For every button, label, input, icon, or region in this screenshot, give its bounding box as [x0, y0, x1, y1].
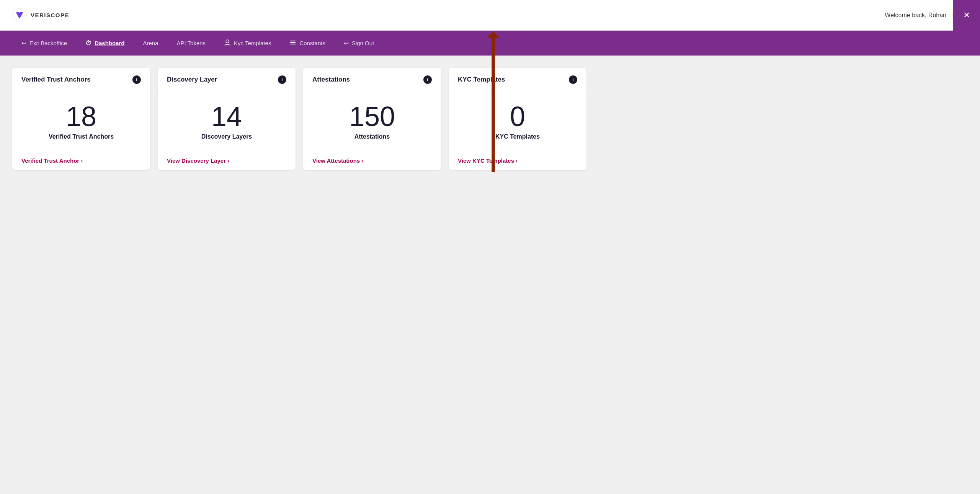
header: VERISCOPE Welcome back, Rohan ✕ — [0, 0, 980, 31]
card-header-dl: Discovery Layer i — [158, 68, 296, 90]
nav-signout-label: Sign Out — [352, 40, 374, 46]
card-footer-dl: View Discovery Layer › — [158, 151, 296, 170]
nav-sign-out[interactable]: ↩ Sign Out — [335, 31, 383, 56]
card-attestations: Attestations i 150 Attestations View Att… — [303, 68, 441, 170]
svg-rect-9 — [290, 44, 296, 44]
card-body-kyc: 0 KYC Templates — [449, 90, 586, 151]
card-link-vta[interactable]: Verified Trust Anchor › — [21, 157, 141, 164]
card-link-label-att: View Attestations — [312, 157, 360, 164]
card-link-arrow-dl: › — [227, 157, 229, 164]
card-number-att: 150 — [349, 103, 395, 130]
card-link-label-dl: View Discovery Layer — [167, 157, 226, 164]
card-link-arrow-att: › — [361, 157, 363, 164]
nav-constants-label: Constants — [299, 40, 325, 46]
nav-api-tokens-label: API Tokens — [177, 40, 206, 46]
card-link-att[interactable]: View Attestations › — [312, 157, 432, 164]
card-header-att: Attestations i — [303, 68, 441, 90]
card-link-label-vta: Verified Trust Anchor — [21, 157, 79, 164]
nav-kyc-templates[interactable]: Kyc Templates — [215, 31, 280, 56]
card-title-dl: Discovery Layer — [167, 76, 217, 83]
svg-rect-8 — [290, 42, 296, 43]
kyc-icon — [224, 39, 231, 47]
info-icon-kyc[interactable]: i — [569, 75, 577, 84]
card-number-dl: 14 — [211, 103, 242, 130]
nav-dashboard-label: Dashboard — [95, 40, 124, 46]
card-number-vta: 18 — [66, 103, 96, 130]
nav-kyc-label: Kyc Templates — [234, 40, 271, 46]
card-link-arrow-kyc: › — [516, 157, 518, 164]
exit-icon: ↩ — [21, 39, 26, 47]
card-subtitle-dl: Discovery Layers — [201, 133, 252, 140]
card-footer-kyc: View KYC Templates › — [449, 151, 586, 170]
main-content: Verified Trust Anchors i 18 Verified Tru… — [0, 56, 980, 494]
card-title-att: Attestations — [312, 76, 350, 83]
card-subtitle-vta: Verified Trust Anchors — [49, 133, 114, 140]
constants-icon — [289, 39, 296, 47]
card-subtitle-kyc: KYC Templates — [495, 133, 540, 140]
svg-rect-7 — [290, 41, 296, 41]
card-link-kyc[interactable]: View KYC Templates › — [458, 157, 577, 164]
close-icon: ✕ — [963, 10, 970, 20]
nav-arena[interactable]: Arena — [134, 31, 167, 56]
nav-constants[interactable]: Constants — [280, 31, 335, 56]
cards-grid: Verified Trust Anchors i 18 Verified Tru… — [12, 68, 586, 170]
card-footer-att: View Attestations › — [303, 151, 441, 170]
dashboard-icon: ⏱ — [85, 40, 91, 47]
card-title-kyc: KYC Templates — [458, 76, 505, 83]
card-header-kyc: KYC Templates i — [449, 68, 586, 90]
signout-icon: ↩ — [344, 39, 349, 47]
card-link-label-kyc: View KYC Templates — [458, 157, 514, 164]
nav-dashboard[interactable]: ⏱ Dashboard — [76, 31, 134, 56]
logo: VERISCOPE — [12, 8, 69, 23]
svg-point-6 — [226, 40, 229, 43]
card-footer-vta: Verified Trust Anchor › — [12, 151, 150, 170]
card-link-arrow-vta: › — [81, 157, 83, 164]
card-header-vta: Verified Trust Anchors i — [12, 68, 150, 90]
nav-api-tokens[interactable]: API Tokens — [168, 31, 215, 56]
info-icon-dl[interactable]: i — [278, 75, 286, 84]
card-title-vta: Verified Trust Anchors — [21, 76, 91, 83]
info-icon-vta[interactable]: i — [132, 75, 141, 84]
navigation: ↩ Exit Backoffice ⏱ Dashboard Arena API … — [0, 31, 980, 56]
logo-text: VERISCOPE — [31, 12, 69, 18]
card-discovery-layer: Discovery Layer i 14 Discovery Layers Vi… — [158, 68, 296, 170]
card-body-vta: 18 Verified Trust Anchors — [12, 90, 150, 151]
veriscope-logo-icon — [12, 8, 27, 23]
nav-exit-label: Exit Backoffice — [29, 40, 67, 46]
card-body-att: 150 Attestations — [303, 90, 441, 151]
card-verified-trust-anchors: Verified Trust Anchors i 18 Verified Tru… — [12, 68, 150, 170]
close-button[interactable]: ✕ — [953, 0, 980, 31]
nav-exit-backoffice[interactable]: ↩ Exit Backoffice — [12, 31, 76, 56]
nav-arena-label: Arena — [143, 40, 158, 46]
card-number-kyc: 0 — [510, 103, 525, 130]
info-icon-att[interactable]: i — [423, 75, 432, 84]
card-subtitle-att: Attestations — [354, 133, 390, 140]
card-link-dl[interactable]: View Discovery Layer › — [167, 157, 286, 164]
card-body-dl: 14 Discovery Layers — [158, 90, 296, 151]
welcome-message: Welcome back, Rohan — [885, 12, 946, 19]
card-kyc-templates: KYC Templates i 0 KYC Templates View KYC… — [449, 68, 586, 170]
